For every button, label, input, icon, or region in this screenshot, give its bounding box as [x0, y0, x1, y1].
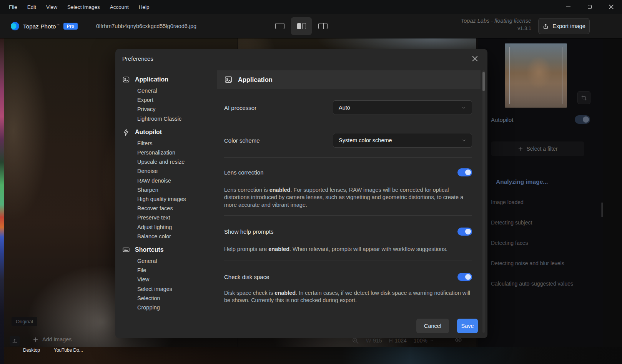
- view-mode-single-button[interactable]: [269, 17, 290, 35]
- dialog-footer: Cancel Save: [217, 319, 487, 338]
- settings-list: AI processor Auto Color scheme: [217, 89, 487, 319]
- color-scheme-value: System color scheme: [339, 137, 392, 143]
- minimize-icon: [566, 7, 570, 7]
- desc-bold: enabled: [269, 187, 291, 193]
- check-disk-space-description: Disk space check is enabled. In certain …: [224, 289, 472, 304]
- menu-select-images[interactable]: Select images: [62, 0, 105, 14]
- export-image-button[interactable]: Export image: [538, 18, 590, 34]
- color-scheme-label: Color scheme: [224, 137, 260, 144]
- setting-ai-processor: AI processor Auto: [224, 89, 472, 124]
- app-header: Topaz Photo™ Pro 0lfrhm7ubb4qnyb6cxkgcd5…: [0, 14, 622, 38]
- menu-help[interactable]: Help: [134, 0, 155, 14]
- ai-processor-dropdown[interactable]: Auto: [333, 100, 472, 115]
- nav-item-preserve-text[interactable]: Preserve text: [137, 213, 217, 222]
- desc-bold: enabled: [274, 290, 296, 296]
- maximize-button[interactable]: [579, 0, 600, 14]
- application-icon: [224, 75, 233, 84]
- view-mode-switcher: [269, 17, 333, 35]
- nav-header-label: Application: [135, 76, 168, 83]
- nav-item-general[interactable]: General: [137, 86, 217, 95]
- setting-color-scheme: Color scheme System color scheme: [224, 124, 472, 158]
- menu-file[interactable]: File: [4, 0, 22, 14]
- close-button[interactable]: [600, 0, 622, 14]
- menubar: File Edit View Select images Account Hel…: [0, 0, 622, 14]
- autopilot-icon: [122, 128, 130, 136]
- nav-item-filters[interactable]: Filters: [137, 139, 217, 148]
- cancel-button[interactable]: Cancel: [416, 319, 449, 333]
- show-help-prompts-toggle[interactable]: [457, 228, 472, 236]
- preferences-dialog: Preferences Application: [115, 49, 487, 338]
- nav-item-shortcuts-general[interactable]: General: [137, 256, 217, 266]
- desktop-icon-label[interactable]: Desktop: [23, 347, 40, 353]
- nav-item-shortcuts-file[interactable]: File: [137, 266, 217, 275]
- maximize-icon: [588, 5, 592, 9]
- nav-item-shortcuts-view[interactable]: View: [137, 275, 217, 284]
- export-label: Export image: [552, 23, 585, 29]
- nav-item-adjust-lighting[interactable]: Adjust lighting: [137, 223, 217, 232]
- dialog-scrollbar-track[interactable]: [482, 70, 485, 333]
- dialog-close-button[interactable]: [472, 56, 478, 61]
- nav-item-balance-color[interactable]: Balance color: [137, 232, 217, 241]
- ai-processor-label: AI processor: [224, 105, 256, 111]
- minimize-button[interactable]: [557, 0, 579, 14]
- color-scheme-dropdown[interactable]: System color scheme: [333, 133, 472, 148]
- nav-item-lightroom-classic[interactable]: Lightroom Classic: [137, 114, 217, 123]
- close-icon: [472, 56, 478, 61]
- nav-item-recover-faces[interactable]: Recover faces: [137, 204, 217, 213]
- nav-item-high-quality-images[interactable]: High quality images: [137, 194, 217, 204]
- single-view-icon: [275, 23, 284, 29]
- dialog-title: Preferences: [122, 55, 153, 62]
- license-text: Topaz Labs - floating license: [461, 18, 531, 24]
- chevron-down-icon: [461, 105, 466, 110]
- check-disk-space-toggle[interactable]: [457, 273, 472, 281]
- desktop-strip: Desktop YouTube Do...: [0, 347, 622, 364]
- menu-account[interactable]: Account: [105, 0, 134, 14]
- application-icon: [122, 76, 130, 83]
- nav-header-label: Shortcuts: [135, 246, 164, 253]
- nav-item-sharpen[interactable]: Sharpen: [137, 185, 217, 194]
- save-button[interactable]: Save: [457, 319, 478, 333]
- view-mode-split-button[interactable]: [313, 17, 333, 35]
- nav-item-shortcuts-selection[interactable]: Selection: [137, 294, 217, 303]
- setting-check-disk-space: Check disk space Disk space check is ena…: [224, 261, 472, 308]
- show-help-prompts-label: Show help prompts: [224, 228, 273, 235]
- nav-item-privacy[interactable]: Privacy: [137, 105, 217, 114]
- nav-section-shortcuts: Shortcuts General File View Select image…: [122, 244, 217, 312]
- desc-text: . When relevant, prompts will appear wit…: [289, 246, 447, 252]
- chevron-down-icon: [461, 138, 466, 143]
- desc-bold: enabled: [268, 246, 289, 252]
- preferences-nav: Application General Export Privacy Light…: [115, 68, 217, 338]
- brand: Topaz Photo™ Pro: [11, 14, 78, 38]
- check-disk-space-label: Check disk space: [224, 274, 269, 280]
- nav-header-autopilot[interactable]: Autopilot: [122, 127, 217, 138]
- nav-items: General File View Select images Selectio…: [137, 256, 217, 312]
- open-filename: 0lfrhm7ubb4qnyb6cxkgcd55lg0raod6.jpg: [96, 14, 196, 38]
- dialog-scrollbar-thumb[interactable]: [482, 72, 485, 91]
- nav-item-raw-denoise[interactable]: RAW denoise: [137, 176, 217, 185]
- lens-correction-label: Lens correction: [224, 169, 264, 176]
- nav-item-denoise[interactable]: Denoise: [137, 166, 217, 176]
- trademark-mark: ™: [57, 23, 60, 27]
- menu-edit[interactable]: Edit: [22, 0, 41, 14]
- lens-correction-toggle[interactable]: [457, 168, 472, 176]
- compare-view-icon: [297, 23, 306, 29]
- content-header-title: Application: [238, 76, 273, 83]
- menu-view[interactable]: View: [41, 0, 62, 14]
- nav-item-shortcuts-select-images[interactable]: Select images: [137, 284, 217, 294]
- nav-item-shortcuts-cropping[interactable]: Cropping: [137, 303, 217, 312]
- show-help-prompts-description: Help prompts are enabled. When relevant,…: [224, 246, 472, 253]
- nav-header-application[interactable]: Application: [122, 74, 217, 85]
- split-view-icon: [318, 23, 328, 29]
- pro-badge: Pro: [63, 23, 78, 30]
- view-mode-compare-button[interactable]: [291, 17, 312, 35]
- nav-header-shortcuts[interactable]: Shortcuts: [122, 244, 217, 255]
- dialog-titlebar: Preferences: [115, 49, 487, 68]
- screen: Desktop YouTube Do... File Edit View Sel…: [0, 0, 622, 364]
- window-controls: [557, 0, 622, 14]
- nav-item-export[interactable]: Export: [137, 95, 217, 105]
- brand-name: Topaz Photo™: [23, 23, 60, 30]
- nav-item-personalization[interactable]: Personalization: [137, 148, 217, 157]
- shortcuts-icon: [122, 246, 130, 254]
- nav-item-upscale-and-resize[interactable]: Upscale and resize: [137, 157, 217, 166]
- desktop-icon-label[interactable]: YouTube Do...: [54, 347, 83, 353]
